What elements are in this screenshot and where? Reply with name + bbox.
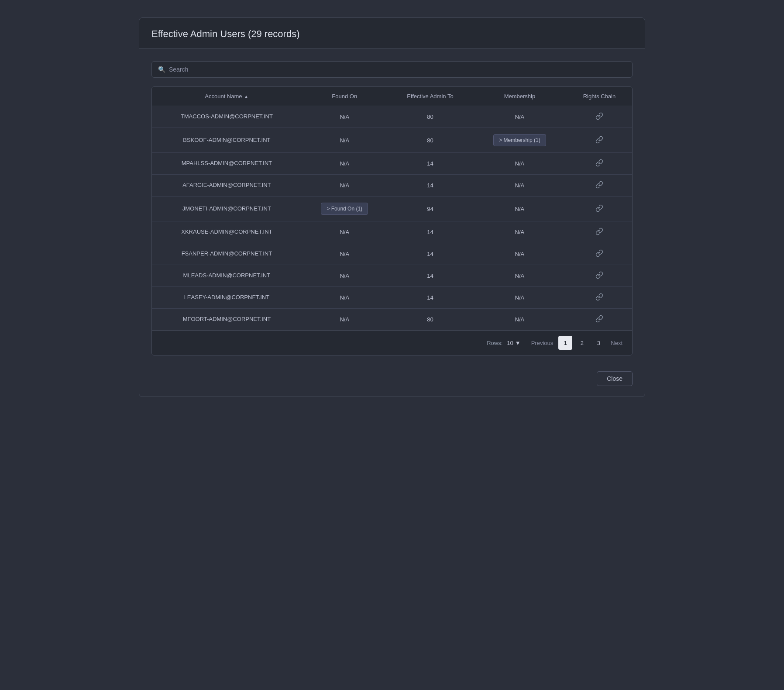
account-name-cell: JMONETI-ADMIN@CORPNET.INT	[152, 197, 302, 221]
account-name-text: LEASEY-ADMIN@CORPNET.INT	[184, 294, 269, 300]
rights-chain-cell[interactable]	[567, 287, 632, 309]
account-name-cell: TMACCOS-ADMIN@CORPNET.INT	[152, 106, 302, 128]
table-row: LEASEY-ADMIN@CORPNET.INTN/A14N/A	[152, 287, 632, 309]
membership-expand-button[interactable]: > Membership (1)	[493, 134, 546, 146]
effective-admin-to-cell: 80	[388, 309, 473, 331]
effective-admin-to-cell: 14	[388, 175, 473, 197]
found-on-cell: N/A	[302, 265, 388, 287]
account-name-cell: FSANPER-ADMIN@CORPNET.INT	[152, 243, 302, 265]
effective-admin-to-cell: 80	[388, 128, 473, 153]
rights-chain-cell[interactable]	[567, 221, 632, 243]
page-3-button[interactable]: 3	[591, 336, 605, 350]
dialog-title: Effective Admin Users (29 records)	[151, 28, 633, 40]
rights-chain-cell[interactable]	[567, 265, 632, 287]
pagination-row: Rows: 10 ▼ Previous 1 2 3 Next	[152, 330, 632, 355]
rights-chain-cell[interactable]	[567, 128, 632, 153]
membership-cell: N/A	[473, 287, 567, 309]
close-button[interactable]: Close	[597, 371, 633, 386]
membership-cell[interactable]: > Membership (1)	[473, 128, 567, 153]
effective-admin-to-cell: 14	[388, 221, 473, 243]
col-effective-admin-to: Effective Admin To	[388, 87, 473, 106]
rights-chain-icon[interactable]	[595, 136, 603, 144]
table-container: Account Name ▲ Found On Effective Admin …	[151, 86, 633, 355]
rights-chain-cell[interactable]	[567, 309, 632, 331]
table-row: JMONETI-ADMIN@CORPNET.INT> Found On (1)9…	[152, 197, 632, 221]
sort-arrow-icon: ▲	[244, 94, 249, 99]
found-on-cell: N/A	[302, 106, 388, 128]
membership-cell: N/A	[473, 309, 567, 331]
effective-admin-to-cell: 14	[388, 243, 473, 265]
rights-chain-cell[interactable]	[567, 106, 632, 128]
account-name-text: MPAHLSS-ADMIN@CORPNET.INT	[182, 160, 272, 166]
effective-admin-users-dialog: Effective Admin Users (29 records) 🔍 Acc…	[139, 17, 645, 397]
col-found-on: Found On	[302, 87, 388, 106]
col-membership: Membership	[473, 87, 567, 106]
account-name-text: XKRAUSE-ADMIN@CORPNET.INT	[181, 228, 272, 235]
rights-chain-icon[interactable]	[595, 315, 603, 323]
search-icon: 🔍	[158, 66, 165, 73]
page-1-button[interactable]: 1	[558, 336, 572, 350]
rights-chain-cell[interactable]	[567, 243, 632, 265]
found-on-cell: N/A	[302, 287, 388, 309]
membership-cell: N/A	[473, 175, 567, 197]
account-name-cell: XKRAUSE-ADMIN@CORPNET.INT	[152, 221, 302, 243]
account-name-text: MLEADS-ADMIN@CORPNET.INT	[183, 272, 271, 279]
rights-chain-icon[interactable]	[595, 271, 603, 279]
rights-chain-icon[interactable]	[595, 204, 603, 212]
next-button[interactable]: Next	[608, 340, 625, 346]
admin-users-table: Account Name ▲ Found On Effective Admin …	[152, 87, 632, 330]
table-row: BSKOOF-ADMIN@CORPNET.INTN/A80> Membershi…	[152, 128, 632, 153]
account-name-cell: MFOORT-ADMIN@CORPNET.INT	[152, 309, 302, 331]
found-on-cell: N/A	[302, 309, 388, 331]
rights-chain-icon[interactable]	[595, 249, 603, 257]
search-container: 🔍	[151, 61, 633, 78]
rights-chain-icon[interactable]	[595, 159, 603, 167]
effective-admin-to-cell: 14	[388, 153, 473, 175]
table-header-row: Account Name ▲ Found On Effective Admin …	[152, 87, 632, 106]
found-on-cell: N/A	[302, 153, 388, 175]
col-account-name: Account Name ▲	[152, 87, 302, 106]
account-name-cell: MLEADS-ADMIN@CORPNET.INT	[152, 265, 302, 287]
rights-chain-cell[interactable]	[567, 175, 632, 197]
membership-cell: N/A	[473, 265, 567, 287]
rights-chain-icon[interactable]	[595, 112, 603, 120]
previous-button[interactable]: Previous	[529, 340, 556, 346]
table-row: XKRAUSE-ADMIN@CORPNET.INTN/A14N/A	[152, 221, 632, 243]
rows-label: Rows:	[487, 340, 502, 346]
membership-cell: N/A	[473, 197, 567, 221]
rights-chain-cell[interactable]	[567, 197, 632, 221]
rights-chain-icon[interactable]	[595, 181, 603, 189]
table-row: MFOORT-ADMIN@CORPNET.INTN/A80N/A	[152, 309, 632, 331]
dialog-body: 🔍 Account Name ▲ Found On E	[139, 49, 645, 364]
found-on-cell: N/A	[302, 175, 388, 197]
effective-admin-to-cell: 14	[388, 287, 473, 309]
rows-per-page-select[interactable]: 10 ▼	[507, 340, 520, 346]
table-row: MLEADS-ADMIN@CORPNET.INTN/A14N/A	[152, 265, 632, 287]
membership-cell: N/A	[473, 106, 567, 128]
membership-cell: N/A	[473, 243, 567, 265]
found-on-cell: N/A	[302, 243, 388, 265]
search-input[interactable]	[169, 66, 626, 73]
account-name-text: AFARGIE-ADMIN@CORPNET.INT	[182, 182, 271, 188]
found-on-expand-button[interactable]: > Found On (1)	[321, 203, 368, 215]
account-name-text: TMACCOS-ADMIN@CORPNET.INT	[181, 113, 273, 120]
found-on-cell[interactable]: > Found On (1)	[302, 197, 388, 221]
rights-chain-icon[interactable]	[595, 228, 603, 235]
account-name-cell: BSKOOF-ADMIN@CORPNET.INT	[152, 128, 302, 153]
account-name-text: JMONETI-ADMIN@CORPNET.INT	[182, 205, 271, 212]
table-row: TMACCOS-ADMIN@CORPNET.INTN/A80N/A	[152, 106, 632, 128]
dropdown-arrow-icon: ▼	[515, 340, 521, 346]
rights-chain-cell[interactable]	[567, 153, 632, 175]
account-name-cell: MPAHLSS-ADMIN@CORPNET.INT	[152, 153, 302, 175]
effective-admin-to-cell: 94	[388, 197, 473, 221]
effective-admin-to-cell: 14	[388, 265, 473, 287]
found-on-cell: N/A	[302, 221, 388, 243]
account-name-text: BSKOOF-ADMIN@CORPNET.INT	[183, 137, 270, 143]
account-name-cell: AFARGIE-ADMIN@CORPNET.INT	[152, 175, 302, 197]
dialog-footer: Close	[139, 364, 645, 397]
rights-chain-icon[interactable]	[595, 293, 603, 301]
found-on-cell: N/A	[302, 128, 388, 153]
effective-admin-to-cell: 80	[388, 106, 473, 128]
table-row: MPAHLSS-ADMIN@CORPNET.INTN/A14N/A	[152, 153, 632, 175]
page-2-button[interactable]: 2	[575, 336, 589, 350]
